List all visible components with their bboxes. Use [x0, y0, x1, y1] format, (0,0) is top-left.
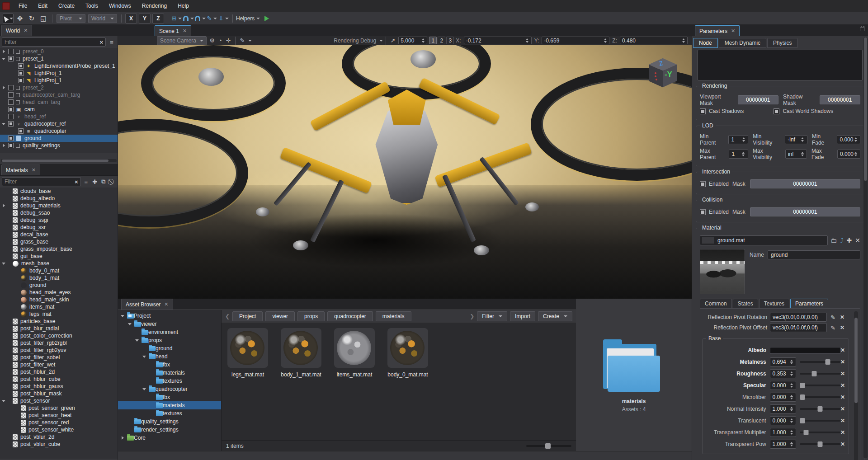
spinner[interactable] — [789, 418, 793, 423]
tab-textures[interactable]: Textures — [759, 299, 789, 308]
asset-tree-item-fbx[interactable]: fbx — [118, 393, 221, 401]
coord-field-y[interactable]: -0.659 — [542, 37, 609, 44]
breadcrumb-viewer[interactable]: viewer — [265, 311, 295, 321]
material-item-items-mat[interactable]: items_mat — [0, 303, 118, 310]
expander-icon[interactable] — [2, 203, 6, 208]
materials-filter-input[interactable] — [5, 178, 75, 185]
max-fade-field[interactable]: 0.000 — [837, 150, 860, 159]
tree-options-icon[interactable]: ≡ — [83, 178, 90, 185]
expander-icon[interactable] — [128, 322, 132, 326]
asset-tree-item-project[interactable]: Project — [118, 312, 221, 320]
tab-states[interactable]: States — [733, 299, 758, 308]
slider-knob[interactable] — [818, 441, 823, 447]
slider-knob[interactable] — [800, 418, 805, 423]
filter-dropdown[interactable]: Filter — [477, 311, 507, 321]
material-item-debug-ssgi[interactable]: debug_ssgi — [0, 216, 118, 224]
material-item-post-blur-radial[interactable]: post_blur_radial — [0, 325, 118, 332]
specular-slider[interactable] — [800, 385, 840, 386]
cast-shadows-checkbox[interactable] — [700, 108, 706, 114]
material-item-body-0-mat[interactable]: body_0_mat — [0, 267, 118, 274]
world-tree-item-ground[interactable]: ground — [0, 135, 118, 142]
material-item-head-male-skin[interactable]: head_male_skin — [0, 296, 118, 303]
material-item-post-filter-sobel[interactable]: post_filter_sobel — [0, 354, 118, 361]
lock-camera-icon[interactable]: ◔ — [216, 37, 224, 44]
microfiber-field[interactable]: 0.000 — [770, 393, 797, 402]
slider-knob[interactable] — [811, 371, 816, 376]
min-parent-field[interactable]: 1 — [728, 135, 748, 144]
material-item-head-male-eyes[interactable]: head_male_eyes — [0, 289, 118, 296]
copy-icon[interactable]: ⧉ — [100, 178, 107, 185]
panel-scrollbar[interactable] — [863, 38, 868, 458]
visibility-checkbox[interactable] — [8, 92, 14, 98]
world-tree-item-preset-0[interactable]: preset_0 — [0, 48, 118, 55]
roughness-slider[interactable] — [800, 373, 840, 375]
spinner[interactable] — [603, 38, 607, 43]
reset-icon[interactable]: ✕ — [840, 429, 845, 436]
material-item-debug-materials[interactable]: debug_materials — [0, 202, 118, 209]
collision-enabled-checkbox[interactable] — [700, 209, 706, 215]
max-parent-field[interactable]: 1 — [729, 150, 748, 159]
tab-scene-1[interactable]: Scene 1✕ — [155, 25, 191, 36]
asset-item-legs-mat-mat[interactable]: legs_mat.mat — [226, 328, 269, 378]
material-item-decal-base[interactable]: decal_base — [0, 231, 118, 238]
camera-button-2[interactable]: 2 — [438, 37, 445, 44]
shadow-mask-button[interactable]: 00000001 — [820, 95, 861, 104]
menu-item-help[interactable]: Help — [173, 1, 194, 11]
material-item-grass-base[interactable]: grass_base — [0, 238, 118, 245]
snap-move-button[interactable] — [183, 14, 194, 23]
material-item-post-sensor-white[interactable]: post_sensor_white — [0, 426, 118, 433]
menu-item-file[interactable]: File — [14, 1, 32, 11]
spinner[interactable] — [789, 430, 793, 435]
tab-physics[interactable]: Physics — [767, 38, 797, 48]
material-item-post-hblur-2d[interactable]: post_hblur_2d — [0, 368, 118, 376]
material-item-ground[interactable]: ground — [0, 282, 118, 289]
spinner[interactable] — [789, 407, 793, 411]
create-dropdown[interactable]: Create — [538, 311, 572, 321]
material-item-debug-albedo[interactable]: debug_albedo — [0, 195, 118, 202]
reset-icon[interactable]: ✕ — [840, 406, 845, 412]
select-tool-button[interactable] — [3, 14, 14, 23]
helpers-dropdown[interactable]: Helpers — [236, 14, 260, 23]
asset-item-items-mat-mat[interactable]: items_mat.mat — [333, 328, 376, 378]
delete-icon[interactable]: ⃠ — [109, 178, 116, 185]
expander-icon[interactable] — [121, 314, 125, 318]
close-icon[interactable]: ✕ — [183, 28, 187, 34]
camera-select-dropdown[interactable]: Scene Camera — [157, 36, 207, 45]
slider-knob[interactable] — [800, 394, 805, 400]
tab-node[interactable]: Node — [693, 38, 718, 48]
tab-asset-browser[interactable]: Asset Browser✕ — [121, 299, 173, 310]
remove-icon[interactable]: ✕ — [855, 237, 860, 244]
visibility-checkbox[interactable] — [8, 136, 14, 141]
expander-icon[interactable] — [142, 387, 147, 391]
reset-icon[interactable]: ✕ — [840, 418, 845, 424]
asset-tree-item-core[interactable]: Core — [118, 434, 221, 442]
chevron-down-icon[interactable] — [248, 40, 252, 42]
spinner[interactable] — [789, 371, 793, 376]
world-tree-item-quadrocopter-ref[interactable]: ♀quadrocopter_ref — [0, 120, 118, 127]
reset-icon[interactable]: ✕ — [840, 441, 845, 447]
world-tree-item-head-cam-targ[interactable]: head_cam_targ — [0, 99, 118, 106]
menu-item-rendering[interactable]: Rendering — [137, 1, 172, 11]
tab-world[interactable]: World✕ — [1, 25, 32, 36]
menu-item-tools[interactable]: Tools — [80, 1, 103, 11]
material-item-post-sensor[interactable]: post_sensor — [0, 397, 118, 404]
asset-tree-item-props[interactable]: props — [118, 336, 221, 344]
debug-dropdown[interactable]: Rendering Debug — [332, 38, 383, 44]
transparent-multiplier-slider[interactable] — [800, 432, 840, 433]
clear-filter-icon[interactable]: × — [99, 39, 103, 46]
material-item-legs-mat[interactable]: legs_mat — [0, 310, 118, 318]
transparent-multiplier-field[interactable]: 1.000 — [770, 428, 797, 437]
expander-icon[interactable] — [2, 143, 6, 148]
breadcrumb-quadrocopter[interactable]: quadrocopter — [327, 311, 373, 321]
asset-tree-item-materials[interactable]: materials — [118, 369, 221, 377]
expander-icon[interactable] — [2, 261, 6, 266]
world-tree-item-lightproj-1[interactable]: ◥LightProj_1 — [0, 70, 118, 77]
min-visibility-field[interactable]: -inf — [785, 135, 807, 144]
spinner[interactable] — [801, 137, 805, 142]
spinner[interactable] — [800, 152, 804, 156]
asset-tree-item-render-settings[interactable]: render_settings — [118, 426, 221, 434]
back-arrow-icon[interactable]: ❮ — [225, 313, 230, 319]
world-tree-item-quadrocopter-cam-targ[interactable]: quadrocopter_cam_targ — [0, 91, 118, 99]
visibility-checkbox[interactable] — [8, 121, 14, 127]
visibility-checkbox[interactable] — [8, 114, 14, 119]
